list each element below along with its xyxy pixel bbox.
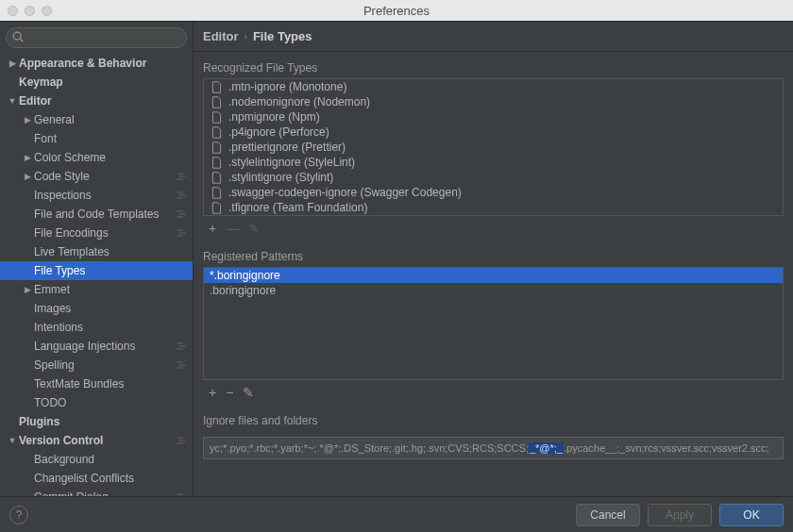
registered-patterns-list[interactable]: *.boringignore.boringignore [203, 267, 784, 380]
help-button[interactable]: ? [9, 506, 28, 524]
breadcrumb-root[interactable]: Editor [203, 29, 239, 43]
registered-patterns-label: Registered Patterns [203, 250, 784, 263]
file-type-row[interactable]: .swagger-codegen-ignore (Swagger Codegen… [204, 185, 783, 200]
sidebar-item-intentions[interactable]: Intentions [0, 318, 193, 337]
file-type-label: .stylintignore (Stylint) [228, 171, 333, 184]
sidebar-item-background[interactable]: Background [0, 450, 193, 469]
sidebar-item-label: File Types [34, 264, 85, 277]
sidebar-item-file-encodings[interactable]: File Encodings [0, 224, 193, 242]
edit-pattern-button[interactable]: ✎ [243, 385, 254, 400]
sidebar-item-label: Appearance & Behavior [19, 57, 146, 70]
sidebar: ▶Appearance & BehaviorKeymap▼Editor▶Gene… [0, 22, 194, 496]
file-type-row[interactable]: .tfignore (Team Foundation) [204, 200, 783, 215]
ignore-files-input[interactable]: yc;*.pyo;*.rbc;*.yarb;*~;.*@*;.DS_Store;… [203, 437, 784, 459]
sidebar-item-label: Live Templates [34, 245, 110, 258]
sidebar-item-language-injections[interactable]: Language Injections [0, 337, 193, 356]
sidebar-item-file-types[interactable]: File Types [0, 261, 193, 280]
sidebar-item-color-scheme[interactable]: ▶Color Scheme [0, 148, 193, 167]
edit-file-type-button[interactable]: ✎ [248, 221, 260, 236]
svg-rect-8 [177, 210, 184, 212]
file-type-row[interactable]: .npmignore (Npm) [204, 109, 783, 125]
search-input[interactable] [6, 27, 187, 48]
sidebar-item-commit-dialog[interactable]: Commit Dialog [0, 488, 193, 496]
breadcrumb-leaf: File Types [253, 29, 312, 43]
pattern-row[interactable]: .boringignore [204, 283, 783, 298]
sidebar-item-code-style[interactable]: ▶Code Style [0, 167, 193, 186]
sidebar-item-label: Intentions [34, 321, 83, 334]
file-type-row[interactable]: .p4ignore (Perforce) [204, 125, 783, 140]
close-window-icon[interactable] [8, 6, 18, 16]
sidebar-item-label: Commit Dialog [34, 490, 109, 496]
svg-rect-17 [177, 361, 184, 363]
sidebar-item-images[interactable]: Images [0, 299, 193, 318]
chevron-down-icon: ▼ [8, 436, 17, 445]
search-field[interactable] [6, 27, 187, 48]
sidebar-item-inspections[interactable]: Inspections [0, 186, 193, 205]
settings-icon [176, 227, 187, 239]
sidebar-item-emmet[interactable]: ▶Emmet [0, 280, 193, 299]
settings-tree: ▶Appearance & BehaviorKeymap▼Editor▶Gene… [0, 52, 193, 496]
sidebar-item-label: Editor [19, 94, 52, 108]
sidebar-item-label: Language Injections [34, 340, 135, 353]
file-type-label: .mtn-ignore (Monotone) [228, 80, 346, 93]
add-file-type-button[interactable]: + [209, 221, 216, 236]
sidebar-item-general[interactable]: ▶General [0, 110, 193, 129]
cancel-button[interactable]: Cancel [576, 504, 640, 526]
sidebar-item-keymap[interactable]: Keymap [0, 73, 193, 91]
svg-rect-7 [177, 197, 184, 199]
ignore-text-selection: _*@*;_ [529, 442, 564, 454]
chevron-right-icon: ▶ [23, 172, 32, 181]
pattern-row[interactable]: *.boringignore [204, 268, 783, 283]
file-type-row[interactable]: .nodemonignore (Nodemon) [204, 94, 783, 109]
sidebar-item-appearance-behavior[interactable]: ▶Appearance & Behavior [0, 54, 193, 73]
svg-rect-19 [177, 367, 184, 369]
sidebar-item-label: TODO [34, 396, 66, 409]
chevron-right-icon: ▶ [23, 115, 32, 125]
file-type-row[interactable]: .prettierignore (Prettier) [204, 140, 783, 155]
sidebar-item-label: Spelling [34, 358, 75, 372]
ignore-text-suffix: .pycache__;_svn;rcs;vssver.scc;vssver2.s… [564, 442, 769, 454]
file-type-row[interactable]: .stylintignore (Stylint) [204, 170, 783, 185]
sidebar-item-textmate-bundles[interactable]: TextMate Bundles [0, 374, 193, 393]
svg-rect-21 [179, 440, 186, 441]
svg-rect-4 [177, 178, 184, 180]
file-type-label: .stylelintignore (StyleLint) [228, 156, 355, 169]
file-type-row[interactable]: .mtn-ignore (Monotone) [204, 79, 783, 94]
chevron-right-icon: ▶ [8, 58, 17, 68]
svg-rect-6 [179, 194, 186, 196]
file-type-row[interactable]: .stylelintignore (StyleLint) [204, 155, 783, 170]
sidebar-item-file-and-code-templates[interactable]: File and Code Templates [0, 205, 193, 224]
recognized-file-types-list[interactable]: .mtn-ignore (Monotone).nodemonignore (No… [203, 78, 784, 216]
recognized-file-types-label: Recognized File Types [203, 61, 784, 75]
settings-icon [176, 341, 187, 352]
sidebar-item-label: Background [34, 453, 94, 466]
sidebar-item-label: File Encodings [34, 226, 109, 240]
add-pattern-button[interactable]: + [209, 385, 216, 400]
settings-icon [176, 359, 187, 371]
ok-button[interactable]: OK [719, 504, 784, 526]
remove-file-type-button[interactable]: — [226, 221, 239, 236]
file-icon [210, 141, 223, 154]
sidebar-item-changelist-conflicts[interactable]: Changelist Conflicts [0, 469, 193, 488]
svg-rect-9 [179, 213, 186, 215]
sidebar-item-spelling[interactable]: Spelling [0, 356, 193, 374]
sidebar-item-label: TextMate Bundles [34, 377, 124, 391]
sidebar-item-live-templates[interactable]: Live Templates [0, 242, 193, 261]
settings-icon [176, 491, 187, 496]
svg-rect-13 [177, 235, 184, 237]
minimize-window-icon[interactable] [25, 6, 35, 16]
svg-rect-23 [177, 493, 184, 495]
remove-pattern-button[interactable]: − [226, 385, 233, 400]
sidebar-item-plugins[interactable]: Plugins [0, 412, 193, 431]
sidebar-item-editor[interactable]: ▼Editor [0, 91, 193, 110]
sidebar-item-label: Inspections [34, 189, 92, 202]
footer: ? Cancel Apply OK [0, 496, 793, 532]
sidebar-item-font[interactable]: Font [0, 129, 193, 148]
sidebar-item-label: Images [34, 302, 71, 315]
sidebar-item-todo[interactable]: TODO [0, 393, 193, 412]
zoom-window-icon[interactable] [42, 6, 52, 16]
sidebar-item-label: Version Control [19, 434, 103, 447]
window-controls [0, 6, 52, 16]
sidebar-item-version-control[interactable]: ▼Version Control [0, 431, 193, 450]
file-type-label: .prettierignore (Prettier) [228, 141, 346, 154]
